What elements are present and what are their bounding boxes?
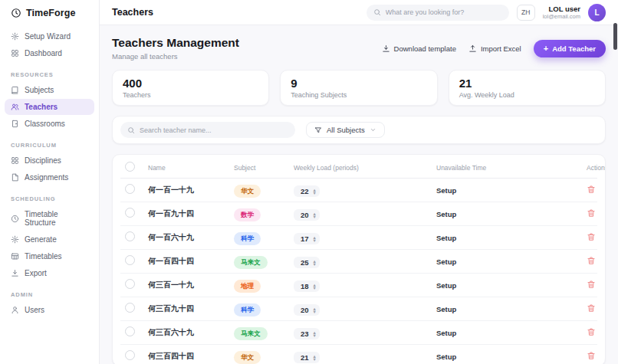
row-checkbox[interactable] [125,184,135,194]
table-row: 何三百一十九 地理 18 ▴ ▾ Setup [120,274,597,297]
row-checkbox[interactable] [125,350,135,360]
scrollbar[interactable] [613,23,617,50]
sidebar-item-setup-wizard[interactable]: Setup Wizard [5,28,94,44]
stepper-down-icon[interactable]: ▾ [314,263,316,266]
weekly-load-input[interactable]: 17 ▴ ▾ [294,233,320,244]
unavailable-time-setup-link[interactable]: Setup [436,234,587,242]
unavailable-time-setup-link[interactable]: Setup [436,329,587,337]
weekly-load-input[interactable]: 25 ▴ ▾ [294,257,320,268]
teacher-name: 何三百一十九 [148,280,234,290]
unavailable-time-setup-link[interactable]: Setup [436,210,587,218]
sidebar-item-subjects[interactable]: Subjects [5,82,94,98]
teacher-name: 何一百六十九 [148,232,234,243]
weekly-load-input[interactable]: 23 ▴ ▾ [294,328,320,339]
dashboard-icon [11,49,19,57]
weekly-load-input[interactable]: 20 ▴ ▾ [294,304,320,316]
stepper-down-icon[interactable]: ▾ [314,215,316,218]
stat-card-avg-weekly-load: 21 Avg. Weekly Load [449,70,606,106]
load-stepper[interactable]: ▴ ▾ [314,355,316,361]
subject-filter-dropdown[interactable]: All Subjects [306,122,385,138]
page-actions: Download template Import Excel + Add Tea… [382,40,606,57]
stepper-down-icon[interactable]: ▾ [314,310,316,313]
table-row: 何一百一十九 华文 22 ▴ ▾ Setup [120,179,597,202]
delete-teacher-button[interactable] [587,185,596,194]
table-header-row: Name Subject Weekly Load (periods) Unava… [120,158,597,179]
stats-row: 400 Teachers 9 Teaching Subjects 21 Avg.… [112,70,606,106]
delete-teacher-button[interactable] [587,351,596,360]
delete-teacher-button[interactable] [587,256,596,265]
load-stepper[interactable]: ▴ ▾ [314,212,316,218]
unavailable-time-setup-link[interactable]: Setup [436,281,587,290]
delete-teacher-button[interactable] [587,327,596,336]
teacher-search-input[interactable] [140,126,288,134]
row-checkbox[interactable] [125,279,135,289]
row-checkbox[interactable] [125,208,135,218]
teacher-name: 何一百一十九 [148,185,234,195]
row-checkbox[interactable] [125,326,135,336]
delete-teacher-button[interactable] [587,303,596,313]
unavailable-time-setup-link[interactable]: Setup [436,257,587,266]
sidebar-nav: Setup WizardDashboardRESOURCESSubjectsTe… [0,25,99,318]
stat-label: Teachers [123,91,258,99]
load-stepper[interactable]: ▴ ▾ [314,331,316,337]
people-icon [11,103,19,111]
sidebar-item-dashboard[interactable]: Dashboard [5,45,94,61]
add-teacher-button[interactable]: + Add Teacher [534,40,606,57]
weekly-load-input[interactable]: 21 ▴ ▾ [294,352,320,363]
delete-teacher-button[interactable] [587,232,596,241]
teacher-search[interactable] [120,122,295,138]
sidebar-item-label: Classrooms [25,120,65,128]
row-checkbox[interactable] [125,231,135,241]
load-stepper[interactable]: ▴ ▾ [314,189,316,195]
filter-bar: All Subjects [112,116,606,144]
trash-icon [587,208,596,218]
select-all-checkbox[interactable] [125,162,135,172]
table-row: 何三百九十四 科学 20 ▴ ▾ Setup [120,297,597,321]
stat-value: 400 [123,77,258,90]
sidebar-item-disciplines[interactable]: Disciplines [5,152,94,169]
sidebar-item-teachers[interactable]: Teachers [5,99,94,115]
table-row: 何三百四十四 华文 21 ▴ ▾ Setup [120,345,597,364]
global-search[interactable] [367,5,509,21]
subject-badge: 华文 [234,351,261,364]
row-checkbox[interactable] [125,255,135,265]
weekly-load-value: 17 [301,234,309,243]
weekly-load-input[interactable]: 20 ▴ ▾ [294,209,320,221]
sidebar-item-timetable-structure[interactable]: Timetable Structure [5,206,94,231]
stepper-down-icon[interactable]: ▾ [314,334,316,337]
sidebar-item-timetables[interactable]: Timetables [5,248,94,264]
delete-teacher-button[interactable] [587,208,596,218]
row-checkbox[interactable] [125,303,135,313]
sidebar-item-users[interactable]: Users [5,302,94,318]
teacher-name: 何一百四十四 [148,256,234,267]
unavailable-time-setup-link[interactable]: Setup [436,305,587,313]
weekly-load-value: 18 [301,282,309,290]
avatar[interactable]: L [588,4,606,21]
unavailable-time-setup-link[interactable]: Setup [436,353,587,361]
unavailable-time-setup-link[interactable]: Setup [436,186,587,195]
weekly-load-input[interactable]: 22 ▴ ▾ [294,185,320,197]
funnel-icon [314,126,322,134]
load-stepper[interactable]: ▴ ▾ [314,284,316,290]
load-stepper[interactable]: ▴ ▾ [314,307,316,313]
stepper-down-icon[interactable]: ▾ [314,287,316,290]
stepper-down-icon[interactable]: ▾ [314,358,316,361]
sidebar-item-classrooms[interactable]: Classrooms [5,116,94,132]
sidebar-item-generate[interactable]: Generate [5,231,94,248]
language-toggle-button[interactable]: ZH [517,5,535,21]
app-logo[interactable]: TimeForge [0,0,99,25]
subject-filter-value: All Subjects [327,126,365,134]
weekly-load-input[interactable]: 18 ▴ ▾ [294,280,320,292]
weekly-load-value: 20 [301,306,309,314]
sidebar-item-export[interactable]: Export [5,265,94,281]
import-excel-button[interactable]: Import Excel [468,44,521,53]
load-stepper[interactable]: ▴ ▾ [314,260,316,266]
column-header-actions: Actions [587,164,606,172]
global-search-input[interactable] [386,8,502,16]
stepper-down-icon[interactable]: ▾ [314,192,316,195]
load-stepper[interactable]: ▴ ▾ [314,236,316,242]
delete-teacher-button[interactable] [587,280,596,289]
sidebar-item-assignments[interactable]: Assignments [5,169,94,185]
stepper-down-icon[interactable]: ▾ [314,239,316,242]
download-template-button[interactable]: Download template [382,44,456,53]
